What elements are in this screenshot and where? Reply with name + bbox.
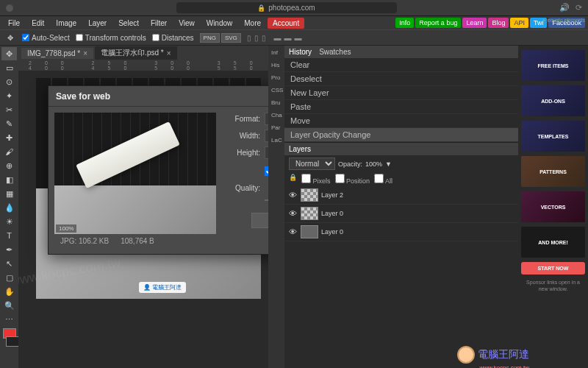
mini-tab-cha[interactable]: Cha <box>270 110 283 121</box>
close-icon[interactable]: × <box>83 49 87 57</box>
history-item[interactable]: Paste <box>284 100 518 114</box>
menu-filter[interactable]: Filter <box>146 18 172 29</box>
audio-icon[interactable]: 🔊 <box>559 3 570 13</box>
start-now-button[interactable]: START NOW <box>521 262 585 275</box>
pen-tool[interactable]: ✒ <box>1 243 17 256</box>
path-tool[interactable]: ↖ <box>1 257 17 270</box>
mini-tab-inf[interactable]: Inf <box>270 47 283 58</box>
close-icon[interactable]: × <box>167 49 171 57</box>
ad-more[interactable]: AND MORE! <box>521 227 585 258</box>
mini-tab-his[interactable]: His <box>270 60 283 71</box>
tab-1[interactable]: 電腦王浮水印.psd *× <box>95 46 176 60</box>
marquee-tool[interactable]: ▭ <box>1 61 17 74</box>
export-svg[interactable]: SVG <box>221 33 241 43</box>
align-icons[interactable]: ▯▯▯ ▬▬▬ <box>247 34 305 42</box>
visibility-icon[interactable]: 👁 <box>287 191 298 199</box>
distances-checkbox[interactable]: Distances <box>152 34 194 42</box>
transform-checkbox[interactable]: Transform controls <box>76 34 146 42</box>
tab-layers[interactable]: Layers <box>289 145 311 153</box>
menu-more[interactable]: More <box>239 18 266 29</box>
mini-tab-pro[interactable]: Pro <box>270 72 283 83</box>
tag-learn[interactable]: Learn <box>462 18 487 28</box>
background-color[interactable] <box>6 336 19 347</box>
history-item[interactable]: Layer Opacity Change <box>284 128 518 142</box>
layer-item[interactable]: 👁Layer 0 <box>284 223 518 241</box>
format-select[interactable]: JPG <box>265 113 268 125</box>
save-button[interactable]: Save <box>251 213 268 228</box>
menu-window[interactable]: Window <box>201 18 238 29</box>
menu-select[interactable]: Select <box>113 18 144 29</box>
eyedropper-tool[interactable]: ✎ <box>1 117 17 130</box>
width-input[interactable] <box>265 130 268 142</box>
layer-item[interactable]: 👁Layer 0 <box>284 205 518 223</box>
move-tool[interactable]: ✥ <box>1 47 17 60</box>
gradient-tool[interactable]: ▦ <box>1 187 17 200</box>
history-item[interactable]: New Layer <box>284 86 518 100</box>
zoom-badge[interactable]: 100% <box>56 224 76 233</box>
menu-account[interactable]: Account <box>268 18 304 29</box>
lasso-tool[interactable]: ⊙ <box>1 75 17 88</box>
collapsed-panels: Inf His Pro CSS Bru Cha Par LaC <box>268 46 284 368</box>
stamp-tool[interactable]: ⊕ <box>1 159 17 172</box>
lock-icon[interactable]: 🔒 <box>289 174 297 185</box>
url-bar[interactable]: 🔒 photopea.com <box>176 2 397 13</box>
crop-tool[interactable]: ✂ <box>1 103 17 116</box>
tab-history[interactable]: History <box>289 48 312 56</box>
keep-ratio-checkbox[interactable] <box>265 166 268 176</box>
mini-tab-par[interactable]: Par <box>270 122 283 133</box>
type-tool[interactable]: T <box>1 229 17 242</box>
visibility-icon[interactable]: 👁 <box>287 227 298 236</box>
document-tabs: IMG_7788.psd *× 電腦王浮水印.psd *× <box>18 46 268 60</box>
blend-mode-select[interactable]: Normal <box>289 158 335 170</box>
ad-templates[interactable]: TEMPLATES <box>521 121 585 152</box>
dodge-tool[interactable]: ☀ <box>1 215 17 228</box>
mini-tab-lac[interactable]: LaC <box>270 135 283 146</box>
site-watermark-url: www.kocpc.com.tw <box>479 364 529 368</box>
menu-file[interactable]: File <box>3 18 25 29</box>
tag-api[interactable]: API <box>510 18 528 28</box>
shape-tool[interactable]: ▢ <box>1 271 17 284</box>
tag-info[interactable]: Info <box>395 18 414 28</box>
height-input[interactable] <box>265 146 268 159</box>
envato-badge[interactable]: ✦ envato elements <box>542 18 585 24</box>
menu-image[interactable]: Image <box>51 18 82 29</box>
heal-tool[interactable]: ✚ <box>1 131 17 144</box>
export-form: Format: JPG Width: px ⇕ Height: 🔒 <box>216 113 268 248</box>
zoom-tool[interactable]: 🔍 <box>1 299 17 312</box>
ad-free-items[interactable]: FREE ITEMS <box>521 50 585 81</box>
mini-tab-css[interactable]: CSS <box>270 85 283 96</box>
hand-tool[interactable]: ✋ <box>1 285 17 298</box>
tag-bug[interactable]: Report a bug <box>415 18 461 28</box>
filter-pixels[interactable]: Pixels <box>301 174 331 185</box>
history-item[interactable]: Deselect <box>284 72 518 86</box>
more-tools[interactable]: ⋯ <box>1 313 17 326</box>
export-png[interactable]: PNG <box>200 33 220 43</box>
menu-edit[interactable]: Edit <box>26 18 49 29</box>
dialog-header[interactable]: Save for web ✕ <box>49 86 268 107</box>
menu-view[interactable]: View <box>173 18 200 29</box>
mini-tab-bru[interactable]: Bru <box>270 97 283 108</box>
tag-blog[interactable]: Blog <box>488 18 509 28</box>
ad-addons[interactable]: ADD-ONS <box>521 85 585 116</box>
auto-select-checkbox[interactable]: Auto-Select <box>22 34 70 42</box>
tab-0[interactable]: IMG_7788.psd *× <box>21 48 93 59</box>
filter-all[interactable]: All <box>374 174 392 185</box>
wand-tool[interactable]: ✦ <box>1 89 17 102</box>
quality-slider[interactable] <box>265 195 268 205</box>
blur-tool[interactable]: 💧 <box>1 201 17 214</box>
history-item[interactable]: Clear <box>284 58 518 72</box>
filter-position[interactable]: Position <box>335 174 370 185</box>
ad-vectors[interactable]: VECTORS <box>521 191 585 222</box>
window-controls[interactable] <box>6 4 13 12</box>
dropdown-icon[interactable]: ▼ <box>385 160 392 168</box>
tab-swatches[interactable]: Swatches <box>319 48 351 56</box>
visibility-icon[interactable]: 👁 <box>287 209 298 218</box>
menu-layer[interactable]: Layer <box>83 18 112 29</box>
opacity-value[interactable]: 100% <box>365 160 382 168</box>
reload-icon[interactable]: ⟳ <box>576 3 582 13</box>
layer-item[interactable]: 👁Layer 2 <box>284 186 518 205</box>
brush-tool[interactable]: 🖌 <box>1 145 17 158</box>
ad-patterns[interactable]: PATTERNS <box>521 156 585 187</box>
eraser-tool[interactable]: ◧ <box>1 173 17 186</box>
history-item[interactable]: Move <box>284 114 518 128</box>
